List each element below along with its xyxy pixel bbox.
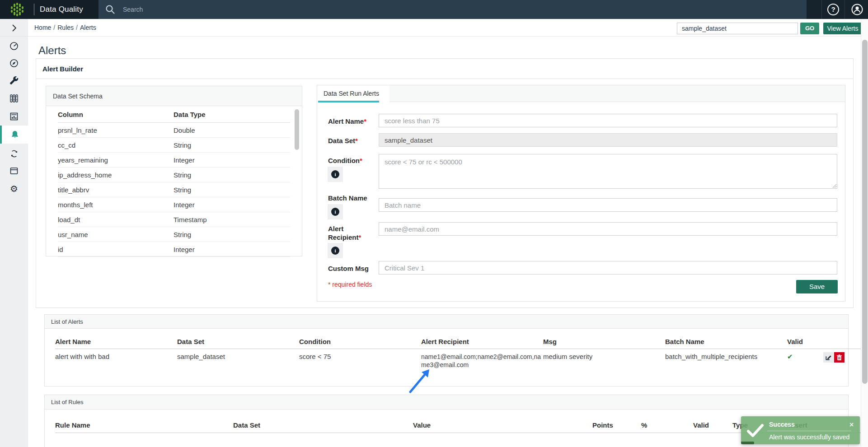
gear-icon: ⚙: [10, 183, 18, 194]
alert-recipient-info-icon[interactable]: i: [328, 243, 343, 258]
breadcrumb-separator: /: [74, 24, 80, 31]
list-of-rules-title: List of Rules: [45, 395, 848, 410]
rules-col-points: Points: [592, 421, 613, 429]
active-tab-underline: [318, 101, 379, 102]
schema-table: Column Data Type prsnl_ln_rateDouble cc_…: [46, 106, 302, 257]
search-icon: [105, 4, 116, 15]
alerts-col-alert-name: Alert Name: [55, 338, 91, 345]
page-scrollbar-thumb[interactable]: [862, 40, 868, 384]
sidebar-item-alerts[interactable]: [0, 126, 28, 144]
logo-block: Data Quality: [0, 0, 99, 19]
list-of-alerts-panel: List of Alerts Alert Name Data Set Condi…: [44, 314, 849, 386]
delete-alert-button[interactable]: [834, 352, 845, 363]
sidebar-item-schedule[interactable]: [0, 162, 28, 180]
tab-strip: Data Set Run Alerts: [317, 85, 845, 102]
schema-col-datatype: Data Type: [174, 106, 206, 123]
schema-row: ip_address_homeString: [58, 168, 290, 182]
sidebar-item-datasets[interactable]: [0, 89, 28, 107]
tab-data-set-run-alerts[interactable]: Data Set Run Alerts: [317, 85, 389, 102]
toast-close-icon[interactable]: ×: [849, 421, 854, 429]
success-toast: Success Alert was successfully saved ×: [741, 416, 860, 444]
help-icon[interactable]: ?: [827, 4, 839, 15]
toast-title: Success: [769, 421, 795, 428]
sidebar-item-explore[interactable]: [0, 54, 28, 72]
batch-name-input[interactable]: [379, 198, 837, 212]
breadcrumb: Home/Rules/Alerts: [34, 19, 96, 36]
condition-textarea[interactable]: [379, 154, 837, 189]
toast-separator: [767, 431, 851, 431]
sidebar-item-reports[interactable]: [0, 107, 28, 126]
sidebar-item-settings[interactable]: ⚙: [0, 180, 28, 198]
textarea-resize-grip[interactable]: [831, 183, 837, 188]
breadcrumb-home[interactable]: Home: [34, 24, 51, 31]
save-button[interactable]: Save: [796, 280, 838, 293]
schema-row: title_abbrvString: [58, 182, 290, 197]
alert-row-recipient: name1@email.com;name2@email.com,name3@em…: [421, 353, 541, 369]
alert-builder-panel: Alert Builder Data Set Schema Column Dat…: [36, 58, 854, 308]
edit-alert-button[interactable]: [823, 352, 834, 363]
toast-message: Alert was successfully saved: [769, 433, 849, 441]
schema-scrollbar-thumb[interactable]: [295, 109, 299, 150]
go-button[interactable]: GO: [800, 23, 819, 34]
alert-builder-title: Alert Builder: [36, 59, 853, 79]
toast-timer-bar: [741, 442, 754, 444]
run-alerts-panel: Data Set Run Alerts Alert Name* Data Set…: [317, 85, 845, 302]
page-scrollbar-track[interactable]: [861, 19, 868, 447]
schema-col-column: Column: [58, 106, 83, 123]
logo-divider: [34, 4, 34, 15]
list-of-rules-panel: List of Rules Rule Name Data Set Value P…: [44, 395, 849, 447]
top-header: Data Quality Search ?: [0, 0, 868, 19]
alert-name-input[interactable]: [379, 114, 837, 127]
header-divider: [821, 0, 822, 19]
header-divider: [845, 0, 845, 19]
breadcrumb-bar: Home/Rules/Alerts GO View Alerts: [28, 19, 868, 36]
sidebar-item-collapse[interactable]: [0, 19, 28, 37]
app-title: Data Quality: [40, 0, 83, 19]
sidebar-item-tools[interactable]: [0, 71, 28, 89]
breadcrumb-border: [0, 36, 861, 37]
custom-msg-input[interactable]: [379, 261, 837, 275]
alert-row-condition: score < 75: [299, 353, 331, 361]
rules-col-percent: %: [641, 421, 647, 429]
alerts-col-valid: Valid: [787, 338, 803, 345]
global-search-bar[interactable]: Search: [99, 0, 807, 19]
condition-info-icon[interactable]: i: [328, 167, 343, 182]
required-fields-note: * required fields: [328, 281, 372, 288]
schema-row: prsnl_ln_rateDouble: [58, 123, 290, 138]
alerts-col-data-set: Data Set: [177, 338, 204, 345]
data-set-label: Data Set*: [328, 137, 358, 144]
batch-name-info-icon[interactable]: i: [328, 204, 343, 219]
breadcrumb-rules[interactable]: Rules: [57, 24, 74, 31]
data-set-schema-title: Data Set Schema: [46, 86, 302, 106]
rules-col-rule-name: Rule Name: [55, 421, 90, 429]
global-search-placeholder: Search: [123, 0, 143, 19]
schema-row: usr_nameString: [58, 227, 290, 242]
valid-check-icon: ✔: [787, 353, 793, 361]
dataset-search-input[interactable]: [677, 23, 798, 34]
sidebar: ⚙: [0, 19, 28, 447]
sidebar-item-dashboard[interactable]: [0, 37, 28, 55]
alerts-col-batch-name: Batch Name: [665, 338, 704, 345]
alert-row-batch: batch_with_multiple_recipients: [665, 353, 757, 361]
page-title: Alerts: [38, 44, 66, 57]
condition-label: Condition*: [328, 157, 362, 164]
alert-recipient-label: AlertRecipient*: [328, 224, 361, 242]
data-set-schema-panel: Data Set Schema Column Data Type prsnl_l…: [46, 86, 302, 256]
schema-row: years_remainingInteger: [58, 153, 290, 168]
schema-row: cc_cdString: [58, 138, 290, 153]
alert-recipient-input[interactable]: [379, 222, 837, 236]
toast-check-icon: [746, 424, 765, 438]
breadcrumb-separator: /: [51, 24, 57, 31]
breadcrumb-alerts[interactable]: Alerts: [80, 24, 96, 31]
sidebar-item-jobs[interactable]: [0, 144, 28, 163]
alert-row-name: alert with with bad: [55, 353, 109, 361]
app-logo-icon[interactable]: [9, 2, 27, 17]
profile-icon[interactable]: [850, 3, 864, 16]
annotation-arrow: [404, 365, 436, 396]
custom-msg-label: Custom Msg: [328, 265, 369, 272]
view-alerts-button[interactable]: View Alerts: [823, 23, 862, 34]
alerts-col-alert-recipient: Alert Recipient: [421, 338, 469, 345]
rules-col-valid: Valid: [693, 421, 709, 429]
alerts-col-msg: Msg: [543, 338, 557, 345]
list-of-alerts-title: List of Alerts: [45, 315, 848, 329]
